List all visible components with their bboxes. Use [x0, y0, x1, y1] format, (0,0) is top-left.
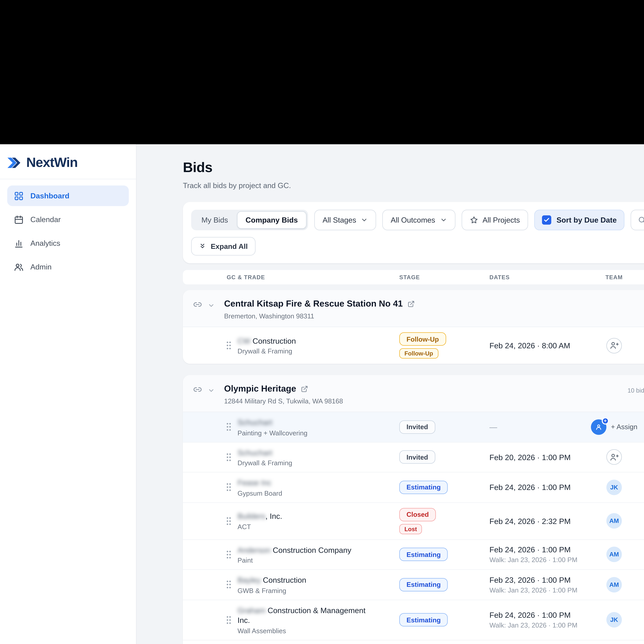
team-avatar: AM	[606, 513, 622, 529]
stage-badge: Estimating	[399, 548, 448, 561]
bid-date: Feb 24, 2026 · 1:00 PM	[489, 545, 581, 554]
calendar-icon	[14, 215, 24, 224]
user-plus-icon	[610, 342, 618, 349]
sidebar: NextWin Dashboard Calendar Analytics Adm…	[0, 144, 137, 644]
bid-row: CW Construction Drywall & Framing Follow…	[183, 327, 644, 364]
gc-name: Builders, Inc.	[238, 511, 282, 521]
user-plus-icon	[610, 453, 618, 461]
bid-date: Feb 24, 2026 · 1:00 PM	[489, 611, 581, 619]
drag-handle-icon[interactable]	[226, 341, 231, 350]
page-title: Bids	[183, 160, 291, 176]
sort-by-due-date-toggle[interactable]: Sort by Due Date	[534, 210, 624, 230]
app-window: NextWin Dashboard Calendar Analytics Adm…	[0, 144, 644, 644]
dashboard-grid-icon	[14, 191, 24, 201]
trade-name: Drywall & Framing	[238, 459, 292, 467]
gc-name: Graham Construction & Management Inc.	[238, 605, 374, 625]
bid-row: Graham Construction & Management Inc. Wa…	[183, 599, 644, 640]
collapse-chevron-icon[interactable]	[208, 302, 215, 309]
bid-date: Feb 24, 2026 · 2:32 PM	[489, 516, 581, 525]
bid-row: Schuchart Drywall & Framing Invited Feb …	[183, 442, 644, 472]
drag-handle-icon[interactable]	[226, 615, 231, 624]
star-icon	[470, 216, 478, 224]
project-group-header: Central Kitsap Fire & Rescue Station No …	[183, 290, 644, 327]
bid-row: Fease Inc Gypsum Board Estimating Feb 24…	[183, 472, 644, 502]
stage-badge: Invited	[399, 420, 435, 434]
drag-handle-icon[interactable]	[226, 423, 231, 431]
outcome-badge: Follow-Up	[399, 348, 438, 359]
drag-handle-icon[interactable]	[226, 453, 231, 461]
trade-name: Painting + Wallcovering	[238, 429, 307, 437]
all-outcomes-dropdown[interactable]: All Outcomes	[383, 210, 455, 230]
assign-button[interactable]: + Assign	[611, 423, 637, 431]
gc-name: CW Construction	[238, 336, 296, 346]
bid-date: Feb 23, 2026 · 1:00 PM	[489, 575, 581, 584]
assign-user-button[interactable]	[606, 338, 622, 353]
trade-name: Gypsum Board	[238, 489, 282, 497]
column-header-team: TEAM	[581, 274, 644, 280]
column-header-dates: DATES	[489, 274, 581, 280]
brand: NextWin	[0, 144, 136, 179]
search-icon	[638, 216, 644, 224]
drag-handle-icon[interactable]	[226, 483, 231, 492]
project-title: Olympic Heritage	[224, 384, 296, 394]
screen: NextWin Dashboard Calendar Analytics Adm…	[0, 0, 644, 644]
project-title: Central Kitsap Fire & Rescue Station No …	[224, 299, 403, 309]
external-link-icon[interactable]	[407, 300, 415, 308]
link-icon[interactable]	[193, 301, 202, 310]
stage-badge: Estimating	[399, 481, 448, 494]
stage-badge: Estimating	[399, 613, 448, 626]
link-icon[interactable]	[193, 386, 202, 395]
sidebar-item-label: Admin	[30, 263, 52, 271]
bar-chart-icon	[14, 238, 24, 248]
page-header: Bids Track all bids by project and GC. A…	[183, 160, 644, 190]
trade-name: Paint	[238, 556, 351, 564]
bid-row: Schuchart Painting + Wallcovering Invite…	[183, 412, 644, 442]
walk-date: Walk: Jan 23, 2026 · 1:00 PM	[489, 586, 581, 594]
bid-row: Anderson Construction Company Paint Esti…	[183, 539, 644, 569]
project-group-olympic-heritage: Olympic Heritage 12844 Military Rd S, Tu…	[183, 375, 644, 644]
trade-name: GWB & Framing	[238, 587, 306, 594]
filter-bar: My Bids Company Bids All Stages All Outc…	[183, 202, 644, 263]
gc-name: Schuchart	[238, 447, 292, 457]
drag-handle-icon[interactable]	[226, 580, 231, 589]
stage-badge: Follow-Up	[399, 332, 446, 346]
sidebar-item-label: Dashboard	[30, 192, 69, 200]
nextwin-logo-icon	[6, 155, 22, 170]
chevron-down-icon	[440, 216, 447, 224]
gc-name: Fease Inc	[238, 478, 282, 488]
collapse-chevron-icon[interactable]	[208, 387, 215, 394]
expand-all-button[interactable]: Expand All	[191, 237, 255, 256]
company-bids-segment[interactable]: Company Bids	[237, 211, 307, 229]
bid-row: Bayley Construction GWB & Framing Estima…	[183, 569, 644, 599]
stage-badge: Closed	[399, 508, 436, 521]
bid-row: Builders, Inc. ACT Closed Lost Feb 24, 2…	[183, 502, 644, 539]
gc-name: Bayley Construction	[238, 575, 306, 585]
assigned-user-avatar: +	[591, 419, 606, 435]
project-address: Bremerton, Washington 98311	[224, 312, 415, 320]
bid-date: Feb 20, 2026 · 1:00 PM	[489, 453, 581, 461]
drag-handle-icon[interactable]	[226, 516, 231, 525]
team-avatar: JK	[606, 480, 622, 495]
table-header: GC & TRADE STAGE DATES TEAM NEXT DUE DAT…	[183, 270, 644, 284]
stage-badge: Estimating	[399, 578, 448, 591]
gc-name: Anderson Construction Company	[238, 545, 351, 555]
bids-scope-segmented-control: My Bids Company Bids	[191, 210, 308, 230]
brand-name: NextWin	[26, 155, 78, 171]
my-bids-segment[interactable]: My Bids	[193, 211, 237, 229]
sidebar-item-analytics[interactable]: Analytics	[7, 233, 129, 253]
sidebar-item-label: Calendar	[30, 215, 61, 224]
assign-user-button[interactable]	[606, 449, 622, 465]
sidebar-item-calendar[interactable]: Calendar	[7, 209, 129, 230]
chevron-down-icon	[361, 216, 368, 224]
all-projects-filter[interactable]: All Projects	[461, 210, 528, 230]
trade-name: Drywall & Framing	[238, 347, 296, 355]
team-avatar: JK	[606, 612, 622, 628]
drag-handle-icon[interactable]	[226, 550, 231, 559]
external-link-icon[interactable]	[301, 385, 308, 393]
team-avatar: AM	[606, 547, 622, 562]
column-header-gc-trade: GC & TRADE	[183, 274, 399, 280]
sidebar-item-admin[interactable]: Admin	[7, 257, 129, 277]
sidebar-item-dashboard[interactable]: Dashboard	[7, 185, 129, 206]
all-stages-dropdown[interactable]: All Stages	[314, 210, 376, 230]
trade-name: Wall Assemblies	[238, 627, 374, 634]
